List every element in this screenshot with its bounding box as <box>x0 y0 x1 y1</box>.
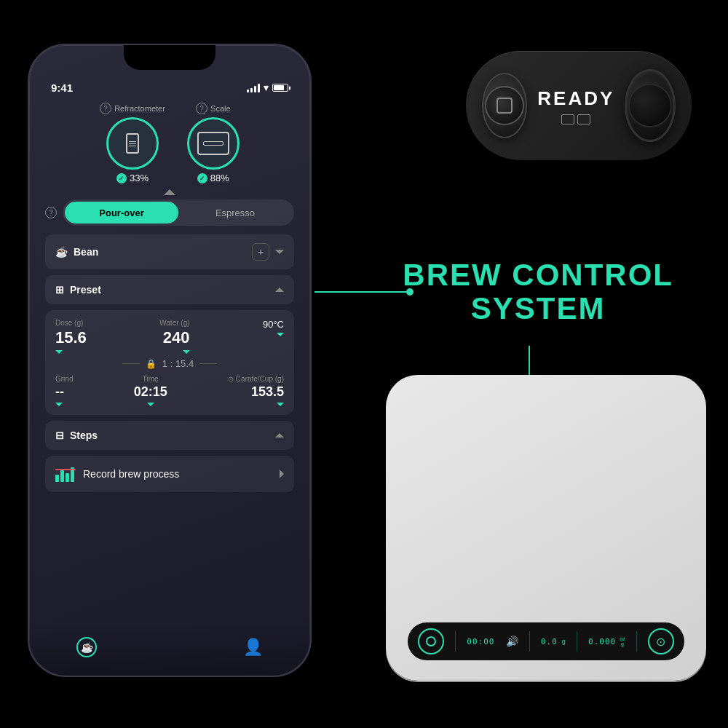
ratio-line-left <box>122 363 140 364</box>
grind-value: -- <box>55 384 64 400</box>
chart-trend-line <box>55 469 76 470</box>
preset-secondary-row: Grind -- Time 02:15 ⊙ Carafe/ <box>55 375 284 406</box>
scale-unit2: ozg <box>620 636 625 646</box>
bottom-nav: ☕ 👤 <box>29 625 310 676</box>
nav-brew-button[interactable]: ☕ <box>73 633 100 661</box>
time-field: Time 02:15 <box>73 375 227 406</box>
scale-device-icon <box>197 132 229 155</box>
refractometer-button-icon <box>496 98 513 114</box>
carafe-check-icon: ⊙ <box>228 375 234 383</box>
bcs-title-line1: BREW CONTROL <box>403 258 673 292</box>
steps-chevron-icon[interactable] <box>275 433 284 438</box>
refractometer-knob-inner <box>628 84 672 127</box>
brew-help-icon[interactable]: ? <box>45 207 57 218</box>
scale-divider-2 <box>529 631 530 652</box>
scale-time-text: 00:00 <box>467 637 494 646</box>
scale-power-button[interactable] <box>418 628 444 654</box>
scale-label: ? Scale <box>196 103 231 114</box>
brew-type-toggle[interactable]: Pour-over Espresso <box>63 199 294 226</box>
scale-divider-1 <box>455 631 456 652</box>
scale-unit1: g <box>562 638 566 645</box>
wifi-icon: ▾ <box>264 82 269 93</box>
scale-sensor-circle <box>187 117 240 170</box>
refractometer-device-icon <box>119 127 146 159</box>
collapse-row[interactable] <box>45 189 294 195</box>
scale-tare-icon: ⊙ <box>656 635 665 649</box>
dose-chevron-icon[interactable] <box>55 350 63 354</box>
record-brew-chevron-icon[interactable] <box>280 470 284 478</box>
preset-section-header: ⊞ Preset <box>45 275 294 304</box>
scale-tare-button[interactable]: ⊙ <box>648 628 674 654</box>
refractometer-device: READY <box>466 51 692 160</box>
refractometer-pct: ✓ 33% <box>116 173 149 183</box>
sd-icon-1 <box>561 114 574 124</box>
temp-chevron-icon[interactable] <box>277 333 284 336</box>
nav-coffee-icon: ☕ <box>76 637 97 657</box>
preset-label: Preset <box>70 284 101 296</box>
dose-value: 15.6 <box>55 328 87 347</box>
dose-field: Dose (g) 15.6 <box>55 319 87 354</box>
preset-chevron-icon[interactable] <box>275 288 284 292</box>
temp-field: 90°C <box>263 319 284 336</box>
water-chevron-icon[interactable] <box>183 350 190 354</box>
scale-weight1-text: 0.0 <box>541 637 558 646</box>
water-field: Water (g) 240 <box>159 319 189 354</box>
grind-label: Grind <box>55 375 73 383</box>
steps-section-header: ⊟ Steps <box>45 421 294 450</box>
status-icons: ▾ <box>247 82 288 93</box>
sd-icon-2 <box>577 114 590 124</box>
carafe-field: ⊙ Carafe/Cup (g) 153.5 <box>228 375 284 406</box>
espresso-button[interactable]: Espresso <box>178 202 292 223</box>
refractometer-circle <box>106 117 159 170</box>
scale-sensor: ? Scale ✓ 88% <box>187 103 240 183</box>
bcs-label: BREW CONTROL SYSTEM <box>403 258 673 325</box>
refractometer-display: READY <box>537 87 614 124</box>
bean-icon: ☕ <box>55 246 68 258</box>
preset-card: Dose (g) 15.6 Water (g) 240 90°C <box>45 310 294 415</box>
record-brew-left: Record brew process <box>55 466 179 482</box>
grind-chevron-icon[interactable] <box>55 403 63 406</box>
carafe-value: 153.5 <box>251 384 284 400</box>
bean-label: Bean <box>74 246 98 258</box>
scale-help-icon[interactable]: ? <box>196 103 207 114</box>
refractometer-button[interactable] <box>482 73 527 138</box>
refractometer-help-icon[interactable]: ? <box>100 103 111 114</box>
phone-screen: 9:41 ▾ <box>29 45 310 676</box>
time-label: Time <box>143 375 159 383</box>
preset-icon: ⊞ <box>55 284 64 296</box>
lock-icon: 🔒 <box>146 359 157 369</box>
bean-chevron-icon[interactable] <box>275 250 284 254</box>
carafe-chevron-icon[interactable] <box>277 403 284 406</box>
refractometer-check-icon: ✓ <box>116 173 127 183</box>
ratio-row: 🔒 1 : 15.4 <box>55 358 284 369</box>
refractometer-ready-text: READY <box>537 87 614 110</box>
refractometer-sd-icons <box>561 114 590 124</box>
time-chevron-icon[interactable] <box>147 403 154 406</box>
preset-main-row: Dose (g) 15.6 Water (g) 240 90°C <box>55 319 284 354</box>
scale-display-bar: 00:00 🔊 0.0 g 0.000 ozg ⊙ <box>408 622 684 660</box>
bean-add-button[interactable]: + <box>252 243 269 261</box>
status-bar: 9:41 ▾ <box>45 82 294 94</box>
record-brew-label: Record brew process <box>83 468 179 480</box>
bean-section-header: ☕ Bean + <box>45 234 294 269</box>
scale-check-icon: ✓ <box>197 173 207 183</box>
scale-pct: ✓ 88% <box>197 173 229 183</box>
ratio-line-right <box>199 363 217 364</box>
collapse-chevron-icon[interactable] <box>164 189 175 195</box>
record-brew-item[interactable]: Record brew process <box>45 456 294 492</box>
preset-section-right <box>275 288 284 292</box>
nav-profile-button[interactable]: 👤 <box>239 633 266 661</box>
refractometer-sensor: ? Refractometer <box>100 103 165 183</box>
sensor-row: ? Refractometer <box>45 103 294 183</box>
scale-divider-4 <box>636 631 637 652</box>
chart-icon <box>55 466 76 482</box>
pour-over-button[interactable]: Pour-over <box>65 202 178 223</box>
ratio-value: 1 : 15.4 <box>162 358 194 369</box>
phone: 9:41 ▾ <box>28 44 312 677</box>
phone-power-button[interactable] <box>310 162 312 213</box>
refractometer-knob[interactable] <box>625 69 676 142</box>
phone-notch <box>124 45 215 70</box>
preset-section-left: ⊞ Preset <box>55 284 101 296</box>
connector-line <box>314 291 409 293</box>
carafe-label: Carafe/Cup (g) <box>236 375 284 383</box>
